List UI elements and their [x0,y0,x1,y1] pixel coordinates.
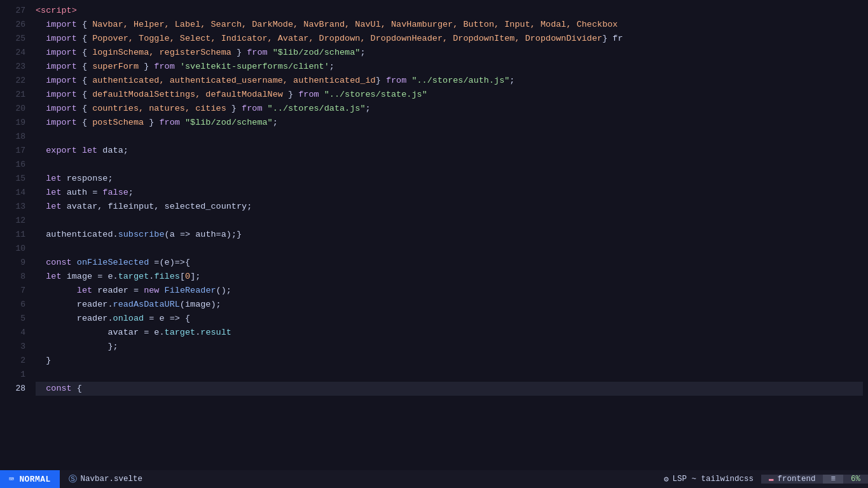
token-plain: { [77,34,92,43]
token-kw: import [46,90,77,99]
code-line: avatar = e.target.result [36,326,863,340]
token-var: reader [77,300,108,309]
token-plain: } [36,356,51,365]
token-plain [62,174,67,183]
code-line [36,130,863,144]
token-kw: import [46,34,77,43]
token-plain: . [113,272,118,281]
token-plain: => [175,230,195,239]
token-plain: { [77,104,92,113]
code-line: let image = e.target.files[0]; [36,270,863,284]
line-number: 13 [5,200,25,214]
token-plain: { [77,90,92,99]
code-line: reader.readAsDataURL(image); [36,298,863,312]
token-plain: ; [128,188,134,197]
token-var: image [185,300,211,309]
token-obj: postSchema [92,118,144,127]
token-plain [268,48,273,57]
token-var: a [170,230,175,239]
token-var: e [165,258,170,267]
list-icon: ≡ [830,475,836,484]
token-plain [36,286,77,295]
status-mode: ⌨ NORMAL [0,470,60,488]
token-plain [36,272,46,281]
token-plain: = [139,328,154,337]
code-line: }; [36,340,863,354]
line-number: 5 [5,312,25,326]
gear-icon: ⚙ [664,474,669,484]
token-plain: ; [247,202,252,211]
token-plain [36,342,107,351]
line-number: 6 [5,298,25,312]
token-plain: ( [165,230,170,239]
token-prop: files [154,272,180,281]
token-kw: new [144,286,159,295]
token-plain: ; [273,118,278,127]
token-plain: }; [107,342,118,351]
token-plain [180,118,185,127]
token-plain: { [77,76,92,85]
token-plain: ; [509,76,514,85]
branch-icon: ▬ [769,475,774,484]
token-plain [159,286,164,295]
status-branch: ▬ frontend [761,475,823,484]
token-var: data [102,146,123,155]
token-str: "../stores/auth.js" [411,76,509,85]
editor-area: 2726252423222120191817161514131211109876… [0,0,868,470]
token-kw: let [46,174,61,183]
token-tag: <script> [36,6,77,15]
token-plain [36,384,46,393]
line-number: 16 [5,158,25,172]
token-kw: import [46,104,77,113]
token-plain: { [72,384,82,393]
line-number: 4 [5,326,25,340]
code-line: let auth = false; [36,186,863,200]
code-line: export let data; [36,144,863,158]
token-prop: onload [113,314,144,323]
code-line: import { Popover, Toggle, Select, Indica… [36,32,863,46]
token-plain: = [216,230,221,239]
token-plain [36,188,46,197]
token-var: auth [67,188,87,197]
code-line [36,214,863,228]
token-plain: = [92,272,107,281]
line-numbers: 2726252423222120191817161514131211109876… [0,4,31,466]
token-plain: { [77,20,92,29]
line-number: 1 [5,368,25,382]
token-plain [36,20,46,29]
vim-icon: ⌨ [9,474,14,484]
token-kw: false [102,188,128,197]
token-plain: ]; [190,272,200,281]
line-number: 21 [5,88,25,102]
percent-label: 6% [851,475,860,484]
code-line: } [36,354,863,368]
token-var: auth [195,230,216,239]
token-plain [77,146,82,155]
code-lines: <script> import { Navbar, Helper, Label,… [31,4,868,466]
line-number: 10 [5,242,25,256]
token-var: e [107,272,113,281]
code-line [36,158,863,172]
line-number: 18 [5,130,25,144]
code-line: authenticated.subscribe(a => auth=a);} [36,228,863,242]
token-plain: = [87,188,102,197]
token-kw: const [46,384,72,393]
token-plain: } [231,48,247,57]
token-plain: = [144,314,159,323]
status-percent: 6% [843,475,868,484]
token-str: "../stores/state.js" [324,90,427,99]
mode-label: NORMAL [19,475,50,484]
token-kw: from [159,118,179,127]
token-obj: defaultModalSettings, defaultModalNew [92,90,283,99]
token-plain [36,300,77,309]
code-line: const onFileSelected =(e)=>{ [36,256,863,270]
token-plain [36,104,46,113]
code-line: const { [36,382,863,396]
line-number: 25 [5,32,25,46]
token-var: response [67,174,108,183]
status-right-section: ⚙ LSP ~ tailwindcss ▬ frontend ≡ 6% [656,470,868,488]
token-kw: import [46,62,77,71]
token-var: avatar, fileinput, selected_country [67,202,247,211]
token-kw: export [46,146,77,155]
code-line [36,368,863,382]
